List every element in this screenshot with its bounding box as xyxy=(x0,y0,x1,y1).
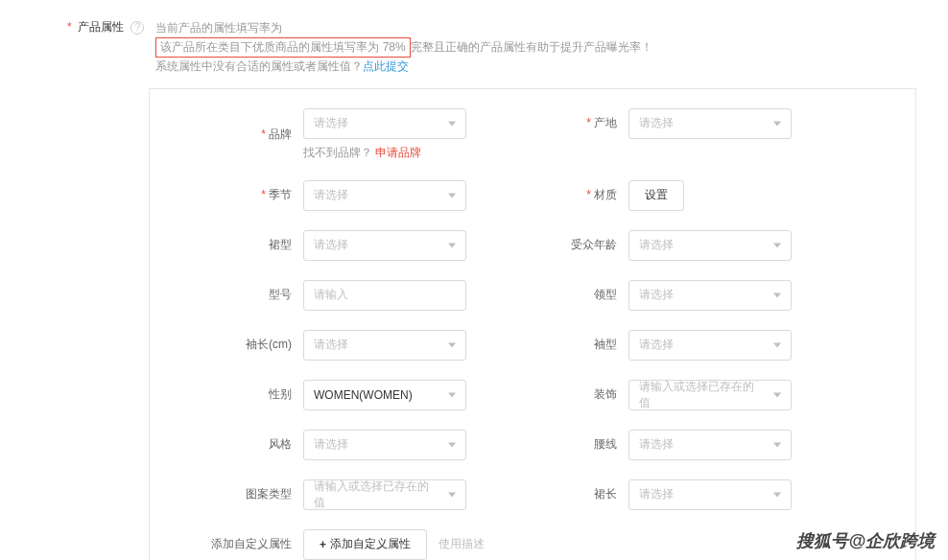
model-no-input[interactable]: 请输入 xyxy=(303,280,466,311)
style-select[interactable]: 请选择 xyxy=(303,430,466,460)
required-star: * xyxy=(261,128,266,141)
chevron-down-icon xyxy=(448,121,456,126)
hint-exposure: 完整且正确的产品属性有助于提升产品曝光率！ xyxy=(411,40,652,54)
sleeve-type-select[interactable]: 请选择 xyxy=(628,330,792,361)
chevron-down-icon xyxy=(773,342,781,347)
section-title: 产品属性 xyxy=(78,20,124,34)
sleeve-type-label: 袖型 xyxy=(594,338,617,351)
decoration-select[interactable]: 请输入或选择已存在的值 xyxy=(628,380,792,410)
collar-label: 领型 xyxy=(594,288,617,301)
chevron-down-icon xyxy=(773,121,781,126)
sleeve-type-placeholder: 请选择 xyxy=(639,337,674,353)
help-icon[interactable]: ? xyxy=(130,21,144,35)
add-custom-attr-button[interactable]: + 添加自定义属性 xyxy=(303,529,427,560)
waist-label: 腰线 xyxy=(594,437,617,451)
skirt-type-select[interactable]: 请选择 xyxy=(303,230,466,261)
style-placeholder: 请选择 xyxy=(314,436,348,453)
sleeve-len-select[interactable]: 请选择 xyxy=(303,330,466,361)
chevron-down-icon xyxy=(773,292,781,297)
age-group-label: 受众年龄 xyxy=(571,238,617,251)
product-attributes-panel: *品牌 请选择 找不到品牌？ 申请品牌 *产地 请选择 xyxy=(149,88,916,560)
chevron-down-icon xyxy=(448,392,456,397)
sleeve-len-placeholder: 请选择 xyxy=(314,337,348,353)
waist-select[interactable]: 请选择 xyxy=(628,430,792,460)
hint-category-rate: 该产品所在类目下优质商品的属性填写率为 78% xyxy=(155,37,410,58)
gender-select[interactable]: WOMEN(WOMEN) xyxy=(303,380,466,410)
chevron-down-icon xyxy=(773,442,781,447)
model-no-placeholder: 请输入 xyxy=(314,287,348,303)
chevron-down-icon xyxy=(448,492,456,497)
plus-icon: + xyxy=(320,538,326,551)
age-group-select[interactable]: 请选择 xyxy=(628,230,792,261)
model-no-label: 型号 xyxy=(269,288,292,301)
chevron-down-icon xyxy=(448,193,456,198)
hint-missing-attr: 系统属性中没有合适的属性或者属性值？ xyxy=(155,59,363,73)
origin-select[interactable]: 请选择 xyxy=(628,108,792,139)
add-custom-attr-text: 添加自定义属性 xyxy=(330,536,411,552)
decoration-label: 装饰 xyxy=(594,387,617,401)
gender-label: 性别 xyxy=(269,387,292,401)
style-label: 风格 xyxy=(269,437,292,451)
brand-placeholder: 请选择 xyxy=(314,115,348,131)
decoration-placeholder: 请输入或选择已存在的值 xyxy=(639,379,764,411)
age-group-placeholder: 请选择 xyxy=(639,237,674,253)
hint-fill-rate: 当前产品的属性填写率为 xyxy=(155,19,652,37)
skirt-len-placeholder: 请选择 xyxy=(639,486,674,502)
material-label: 材质 xyxy=(594,188,617,201)
skirt-len-label: 裙长 xyxy=(594,487,617,501)
skirt-type-placeholder: 请选择 xyxy=(314,237,348,253)
skirt-len-select[interactable]: 请选择 xyxy=(628,479,792,510)
pattern-select[interactable]: 请输入或选择已存在的值 xyxy=(303,479,466,510)
skirt-type-label: 裙型 xyxy=(269,238,292,251)
chevron-down-icon xyxy=(773,243,781,247)
origin-placeholder: 请选择 xyxy=(639,115,674,131)
required-star: * xyxy=(586,188,591,201)
season-label: 季节 xyxy=(269,188,292,201)
sleeve-len-label: 袖长(cm) xyxy=(246,338,292,351)
chevron-down-icon xyxy=(773,492,781,497)
required-star: * xyxy=(67,20,72,34)
chevron-down-icon xyxy=(448,342,456,347)
watermark: 搜狐号@企欣跨境 xyxy=(796,529,935,552)
collar-select[interactable]: 请选择 xyxy=(628,280,792,311)
waist-placeholder: 请选择 xyxy=(639,436,674,453)
brand-not-found-text: 找不到品牌？ xyxy=(303,146,372,159)
required-star: * xyxy=(586,116,591,129)
season-placeholder: 请选择 xyxy=(314,187,348,203)
brand-label: 品牌 xyxy=(269,128,292,141)
required-star: * xyxy=(261,188,266,201)
season-select[interactable]: 请选择 xyxy=(303,180,466,211)
brand-select[interactable]: 请选择 xyxy=(303,108,466,139)
material-set-button[interactable]: 设置 xyxy=(628,180,684,211)
use-description-text: 使用描述 xyxy=(438,536,485,552)
gender-value: WOMEN(WOMEN) xyxy=(314,388,413,402)
origin-label: 产地 xyxy=(594,116,617,129)
custom-attr-label: 添加自定义属性 xyxy=(211,537,292,550)
pattern-placeholder: 请输入或选择已存在的值 xyxy=(314,478,438,511)
chevron-down-icon xyxy=(448,243,456,247)
submit-here-link[interactable]: 点此提交 xyxy=(363,59,409,73)
apply-brand-link[interactable]: 申请品牌 xyxy=(375,146,421,159)
pattern-label: 图案类型 xyxy=(246,487,292,501)
chevron-down-icon xyxy=(773,392,781,397)
chevron-down-icon xyxy=(448,442,456,447)
collar-placeholder: 请选择 xyxy=(639,287,674,303)
